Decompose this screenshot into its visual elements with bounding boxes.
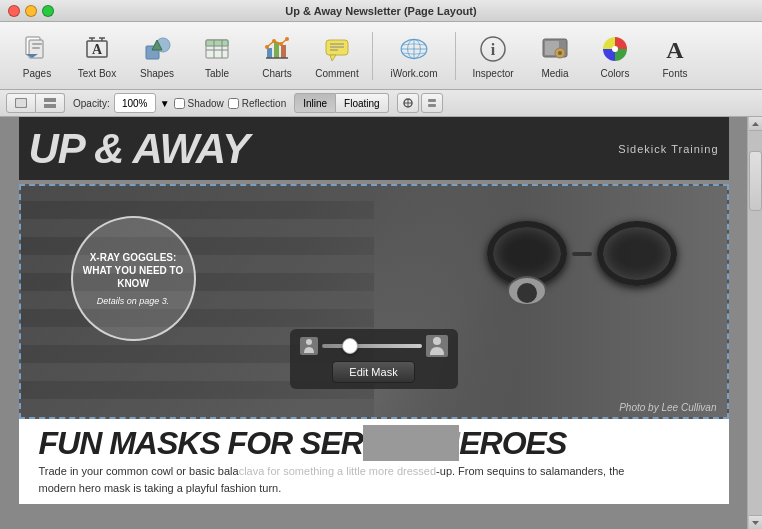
image-section[interactable]: X-RAY GOGGLES:WHAT YOU NEED TO KNOW Deta… <box>19 184 729 419</box>
fonts-icon: A <box>659 33 691 65</box>
svg-point-40 <box>558 51 562 55</box>
media-label: Media <box>541 68 568 79</box>
headline-part2: EROES <box>459 425 566 461</box>
shadow-checkbox-label: Shadow <box>174 98 224 109</box>
scroll-down-button[interactable] <box>749 515 762 529</box>
newsletter-page: UP & AWAY Sidekick Training <box>19 117 729 504</box>
colors-label: Colors <box>601 68 630 79</box>
headline-masked: IOUSH <box>363 425 459 461</box>
reflection-checkbox[interactable] <box>228 98 239 109</box>
inline-floating-segment: Inline Floating <box>294 93 388 113</box>
toolbar-item-media[interactable]: Media <box>526 27 584 85</box>
headline-part1: FUN MASKS FOR SER <box>39 425 363 461</box>
svg-rect-51 <box>428 99 436 102</box>
goggle-bridge <box>572 252 592 256</box>
body-masked: clava for something a little more dresse… <box>239 465 436 477</box>
view-btn-2[interactable] <box>36 93 65 113</box>
mask-container: Edit Mask <box>290 329 458 389</box>
toolbar-item-inspector[interactable]: i Inspector <box>462 27 524 85</box>
pages-label: Pages <box>23 68 51 79</box>
mask-slider-thumb <box>342 338 358 354</box>
format-bar: Opacity: ▼ Shadow Reflection Inline Floa… <box>0 90 762 117</box>
edit-controls <box>397 93 443 113</box>
toolbar-item-table[interactable]: Table <box>188 27 246 85</box>
maximize-button[interactable] <box>42 5 54 17</box>
comment-icon <box>321 33 353 65</box>
header-text: UP & AWAY <box>29 125 249 173</box>
svg-text:A: A <box>666 37 684 63</box>
iwork-icon <box>398 33 430 65</box>
svg-point-25 <box>285 37 289 41</box>
shapes-label: Shapes <box>140 68 174 79</box>
scroll-up-button[interactable] <box>749 117 762 131</box>
toolbar-item-comment[interactable]: Comment <box>308 27 366 85</box>
main-toolbar: Pages A Text Box Shapes <box>0 22 762 90</box>
toolbar-item-charts[interactable]: Charts <box>248 27 306 85</box>
opacity-input[interactable] <box>114 93 156 113</box>
floating-button[interactable]: Floating <box>336 93 389 113</box>
close-button[interactable] <box>8 5 20 17</box>
iwork-label: iWork.com <box>390 68 437 79</box>
svg-rect-2 <box>32 43 42 45</box>
scroll-thumb[interactable] <box>749 151 762 211</box>
photo-credit: Photo by Lee Cullivan <box>619 402 716 413</box>
toolbar-item-fonts[interactable]: A Fonts <box>646 27 704 85</box>
toolbar-item-pages[interactable]: Pages <box>8 27 66 85</box>
svg-rect-52 <box>428 104 436 107</box>
toolbar-item-shapes[interactable]: Shapes <box>128 27 186 85</box>
opacity-label: Opacity: <box>73 98 110 109</box>
svg-point-23 <box>272 39 276 43</box>
svg-rect-19 <box>274 42 279 58</box>
titlebar: Up & Away Newsletter (Page Layout) <box>0 0 762 22</box>
reflection-checkbox-label: Reflection <box>228 98 286 109</box>
edit-mask-button[interactable]: Edit Mask <box>332 361 414 383</box>
inspector-label: Inspector <box>472 68 513 79</box>
svg-marker-55 <box>752 122 759 126</box>
svg-rect-20 <box>281 45 286 58</box>
headline: FUN MASKS FOR SERIOUSHEROES <box>39 427 709 459</box>
scrollbar-right[interactable] <box>747 117 762 529</box>
minimize-button[interactable] <box>25 5 37 17</box>
svg-point-54 <box>433 337 441 345</box>
inline-button[interactable]: Inline <box>294 93 336 113</box>
charts-label: Charts <box>262 68 291 79</box>
fonts-label: Fonts <box>662 68 687 79</box>
svg-rect-14 <box>206 40 228 46</box>
table-icon <box>201 33 233 65</box>
comment-label: Comment <box>315 68 358 79</box>
view-segment <box>6 93 65 113</box>
svg-text:i: i <box>491 41 496 58</box>
edit-mask-overlay: Edit Mask <box>290 329 458 389</box>
goggle-right <box>597 221 677 286</box>
shapes-icon <box>141 33 173 65</box>
eye-pupil <box>517 283 537 303</box>
opacity-stepper[interactable]: ▼ <box>160 98 170 109</box>
svg-marker-56 <box>752 521 759 525</box>
eye-detail <box>507 276 547 306</box>
inspector-icon: i <box>477 33 509 65</box>
body-text: Trade in your common cowl or basic balac… <box>39 463 709 496</box>
main-content: UP & AWAY Sidekick Training <box>0 117 762 529</box>
svg-rect-47 <box>44 104 56 108</box>
arrange-icon-btn[interactable] <box>421 93 443 113</box>
toolbar-item-iwork[interactable]: iWork.com <box>379 27 449 85</box>
text-section: FUN MASKS FOR SERIOUSHEROES Trade in you… <box>19 419 729 504</box>
mask-slider[interactable] <box>322 344 422 348</box>
svg-point-24 <box>279 42 283 46</box>
page-area[interactable]: UP & AWAY Sidekick Training <box>0 117 747 529</box>
callout-title: X-RAY GOGGLES:WHAT YOU NEED TO KNOW <box>83 251 184 290</box>
goggles <box>487 221 677 286</box>
shadow-checkbox[interactable] <box>174 98 185 109</box>
header-banner: UP & AWAY Sidekick Training <box>19 117 729 180</box>
mask-icon-btn[interactable] <box>397 93 419 113</box>
pages-icon <box>21 33 53 65</box>
colors-icon <box>599 33 631 65</box>
textbox-label: Text Box <box>78 68 116 79</box>
window-title: Up & Away Newsletter (Page Layout) <box>285 5 476 17</box>
svg-rect-18 <box>267 48 272 58</box>
svg-point-53 <box>306 339 312 345</box>
view-btn-1[interactable] <box>6 93 36 113</box>
toolbar-item-colors[interactable]: Colors <box>586 27 644 85</box>
window-controls <box>8 5 54 17</box>
toolbar-item-textbox[interactable]: A Text Box <box>68 27 126 85</box>
